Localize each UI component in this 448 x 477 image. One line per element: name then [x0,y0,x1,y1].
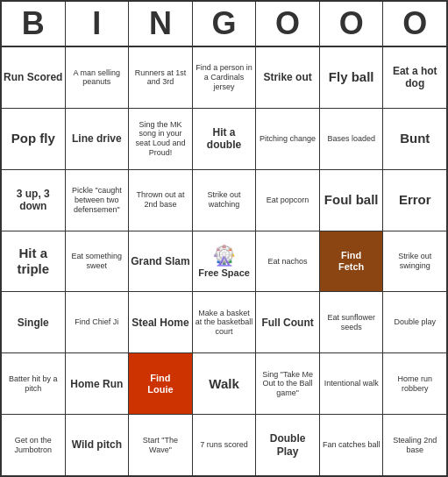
grid-row-2: 3 up, 3 downPickle "caught between two d… [2,170,446,231]
bingo-card: BINGOOO Run ScoredA man selling peanutsR… [0,0,448,477]
cell-0-0: Run Scored [2,47,66,108]
cell-text-0-1: A man selling peanuts [68,68,127,88]
cell-text-1-0: Pop fly [11,131,55,146]
cell-6-0: Get on the Jumbotron [2,415,66,475]
header-N-2: N [129,2,193,46]
cell-text-3-4: Eat nachos [268,257,308,267]
grid-row-4: SingleFind Chief JiSteal HomeMake a bask… [2,292,446,353]
header-O-4: O [256,2,320,46]
cell-text-2-2: Thrown out at 2nd base [131,190,190,210]
cell-3-0: Hit a triple [2,231,66,292]
cell-1-0: Pop fly [2,109,66,169]
cell-2-5: Foul ball [320,170,384,231]
cell-1-6: Bunt [383,109,446,169]
find-fetch-label: FindFetch [338,250,364,273]
cell-1-5: Bases loaded [320,109,384,169]
cell-3-6: Strike out swinging [383,231,446,292]
cell-4-4: Full Count [256,292,320,352]
cell-text-4-1: Find Chief Ji [75,317,118,327]
cell-text-6-6: Stealing 2nd base [385,436,444,455]
cell-text-1-1: Line drive [72,132,122,145]
header-row: BINGOOO [2,2,446,47]
cell-2-4: Eat popcorn [256,170,320,231]
cell-6-4: Double Play [256,415,320,475]
header-O-5: O [320,2,384,46]
grid-row-0: Run ScoredA man selling peanutsRunners a… [2,47,446,109]
cell-text-5-1: Home Run [70,378,123,390]
cell-5-3: Walk [193,353,257,414]
cell-text-2-4: Eat popcorn [267,196,309,205]
cell-5-1: Home Run [66,353,130,414]
cell-text-4-0: Single [18,317,49,329]
cell-3-5: FindFetch [320,231,384,292]
header-B-0: B [2,2,66,46]
cell-4-0: Single [2,292,66,352]
cell-3-2: Grand Slam [129,231,193,292]
cell-text-1-4: Pitching change [260,134,316,144]
grid-row-6: Get on the JumbotronWild pitchStart "The… [2,415,446,475]
cell-4-2: Steal Home [129,292,193,352]
cell-0-2: Runners at 1st and 3rd [129,47,193,108]
cell-3-1: Eat something sweet [66,231,130,292]
cell-text-6-1: Wild pitch [72,438,122,451]
cell-2-0: 3 up, 3 down [2,170,66,231]
free-space-label: Free Space [198,267,250,278]
cell-4-6: Double play [383,292,446,352]
cell-text-6-0: Get on the Jumbotron [4,436,63,455]
cell-6-5: Fan catches ball [320,415,384,475]
cell-text-6-3: 7 runs scored [200,440,248,450]
cell-1-4: Pitching change [256,109,320,169]
cell-text-2-5: Foul ball [324,192,379,208]
cell-text-1-3: Hit a double [195,126,254,152]
cell-text-2-3: Strike out watching [195,190,254,210]
cell-2-1: Pickle "caught between two defensemen" [66,170,130,231]
cell-text-2-0: 3 up, 3 down [4,188,63,213]
header-O-6: O [383,2,446,46]
cell-text-6-4: Double Play [258,432,317,458]
cell-3-3: 🎡 Free Space [193,231,257,292]
cell-text-0-2: Runners at 1st and 3rd [131,68,190,88]
cell-text-6-5: Fan catches ball [323,440,380,450]
find-louie-label: FindLouie [147,373,173,395]
header-G-3: G [193,2,257,46]
cell-3-4: Eat nachos [256,231,320,292]
cell-0-6: Eat a hot dog [383,47,446,108]
cell-text-0-5: Fly ball [329,69,374,85]
cell-text-3-2: Grand Slam [131,255,189,267]
cell-text-4-5: Eat sunflower seeds [322,313,381,332]
cell-text-4-3: Make a basket at the basketball court [195,309,254,337]
cell-text-5-6: Home run robbery [385,374,444,394]
cell-text-0-6: Eat a hot dog [385,65,444,90]
cell-5-4: Sing "Take Me Out to the Ball game" [256,353,320,414]
grid-row-1: Pop flyLine driveSing the MK song in you… [2,109,446,170]
cell-text-4-4: Full Count [261,317,313,329]
cell-text-3-0: Hit a triple [4,246,63,277]
cell-text-2-1: Pickle "caught between two defensemen" [68,186,127,214]
cell-0-3: Find a person in a Cardinals jersey [193,47,257,108]
cell-4-1: Find Chief Ji [66,292,130,352]
cell-text-0-4: Strike out [263,71,311,83]
grid-row-3: Hit a tripleEat something sweetGrand Sla… [2,231,446,293]
cell-text-0-3: Find a person in a Cardinals jersey [195,63,254,91]
grid-row-5: Batter hit by a pitchHome Run FindLouie … [2,353,446,415]
cell-text-0-0: Run Scored [4,71,62,83]
cell-text-1-5: Bases loaded [327,134,375,144]
cell-1-2: Sing the MK song in your seat Loud and P… [129,109,193,169]
header-I-1: I [66,2,130,46]
cell-5-5: Intentional walk [320,353,384,414]
cell-5-0: Batter hit by a pitch [2,353,66,414]
cell-6-3: 7 runs scored [193,415,257,475]
cell-text-1-6: Bunt [400,131,430,146]
cell-text-5-5: Intentional walk [324,379,379,388]
cell-2-3: Strike out watching [193,170,257,231]
cell-2-2: Thrown out at 2nd base [129,170,193,231]
cell-5-2: FindLouie [129,353,193,414]
cell-text-4-2: Steal Home [132,317,188,329]
cell-text-6-2: Start "The Wave" [131,436,190,455]
cell-text-5-0: Batter hit by a pitch [4,374,63,394]
cell-0-1: A man selling peanuts [66,47,130,108]
cell-text-2-6: Error [399,192,431,208]
cell-text-3-1: Eat something sweet [68,252,127,271]
cell-6-2: Start "The Wave" [129,415,193,475]
cell-4-3: Make a basket at the basketball court [193,292,257,352]
